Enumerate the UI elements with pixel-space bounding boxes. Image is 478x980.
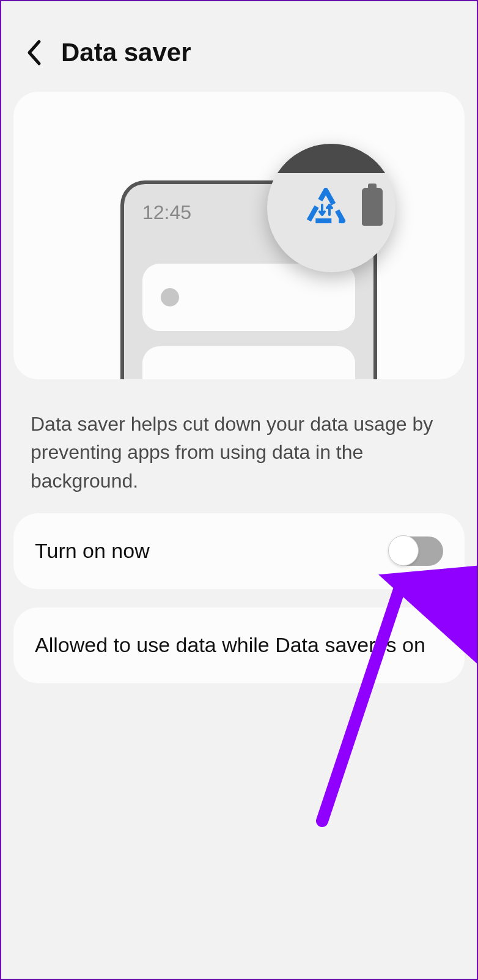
mock-row — [142, 264, 355, 331]
battery-icon — [362, 188, 383, 226]
turn-on-now-label: Turn on now — [35, 536, 389, 566]
mock-clock: 12:45 — [142, 201, 191, 224]
allowed-apps-label: Allowed to use data while Data saver is … — [35, 631, 443, 660]
page-title: Data saver — [61, 38, 191, 67]
data-saver-triangle-icon — [304, 188, 348, 229]
mock-dot — [161, 288, 179, 306]
turn-on-now-row[interactable]: Turn on now — [13, 513, 465, 589]
illustration-card: 12:45 — [13, 92, 465, 379]
toggle-knob — [388, 535, 419, 566]
mock-row — [142, 346, 355, 379]
header-bar: Data saver — [1, 1, 477, 92]
description-text: Data saver helps cut down your data usag… — [1, 379, 477, 513]
allowed-apps-row[interactable]: Allowed to use data while Data saver is … — [13, 607, 465, 683]
back-icon[interactable] — [26, 39, 43, 66]
turn-on-now-toggle[interactable] — [389, 536, 443, 566]
magnifier-circle — [267, 144, 395, 272]
magnifier-top-bar — [267, 144, 395, 173]
